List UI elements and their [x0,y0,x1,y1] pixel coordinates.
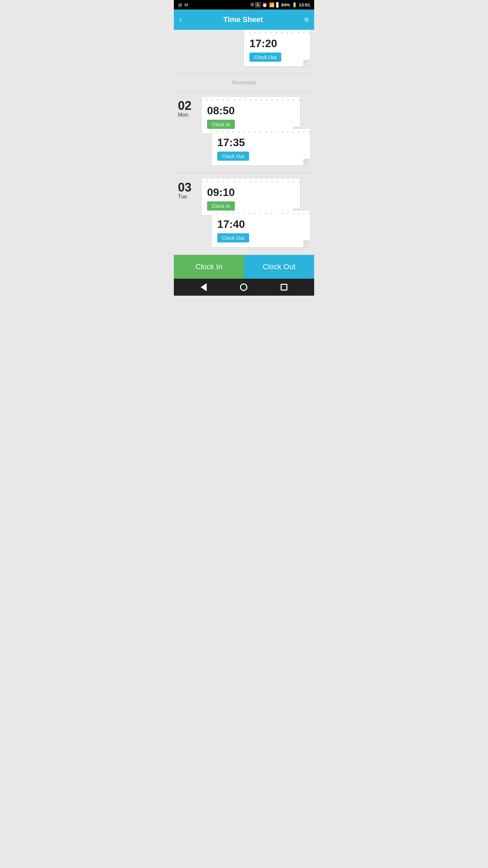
cards-03: 09:10 Clock In 17:40 Clock Out [202,179,310,249]
status-bar: @ M ⦾ N ⏰ 📶 ▋ 84% 🔋 13:01 [174,0,314,9]
recent-square-icon [281,284,287,291]
pre-clockout-card: 17:20 Clock Out [244,30,310,66]
mail-icon: M [184,2,188,7]
clockin-card-03: 09:10 Clock In [202,179,300,215]
content-area: 17:20 Clock Out November 02 Mon 08:50 Cl… [174,30,314,255]
pre-clockout-badge[interactable]: Clock Out [249,53,281,62]
day-number-03: 03 [178,181,191,194]
at-icon: @ [178,2,182,7]
clockout-card-02: 17:35 Clock Out [212,129,310,165]
day-row-02: 02 Mon 08:50 Clock In 17:35 Clock Out [178,97,310,167]
time-display: 13:01 [299,2,310,7]
card-fold-02-out [303,159,310,165]
clock-in-button[interactable]: Clock In [174,255,244,279]
clockout-badge-03[interactable]: Clock Out [217,233,249,242]
day-label-02: 02 Mon [178,97,202,118]
month-divider: November [174,74,314,92]
clockout-badge-02[interactable]: Clock Out [217,152,249,161]
day-row-03: 03 Tue 09:10 Clock In 17:40 Clock Out [178,179,310,249]
day-number-02: 02 [178,100,191,112]
nav-home-button[interactable] [240,283,247,291]
pre-clockout-time: 17:20 [249,37,305,50]
nav-bar [174,279,314,296]
menu-button[interactable]: ≡ [304,15,309,24]
cards-02: 08:50 Clock In 17:35 Clock Out [202,97,310,167]
clock-out-button[interactable]: Clock Out [244,255,314,279]
clockout-time-03: 17:40 [217,218,305,231]
clockout-time-02: 17:35 [217,136,305,149]
back-button[interactable]: ‹ [179,15,182,24]
clockin-time-03: 09:10 [207,186,294,199]
app-title: Time Sheet [223,15,263,24]
clockin-badge-02[interactable]: Clock In [207,120,235,129]
card-fold-03-out [303,240,310,247]
day-name-02: Mon [178,112,188,118]
day-section-02: 02 Mon 08:50 Clock In 17:35 Clock Out [174,92,314,173]
app-bar: ‹ Time Sheet ≡ [174,9,314,30]
card-fold-decoration [303,60,310,66]
clockin-badge-03[interactable]: Clock In [207,201,235,211]
status-left-icons: @ M [178,2,188,7]
pre-november-section: 17:20 Clock Out [174,30,314,74]
clockin-card-02: 08:50 Clock In [202,97,300,134]
nav-recent-button[interactable] [281,284,287,291]
bluetooth-icon: ⦾ [250,2,254,7]
day-label-03: 03 Tue [178,179,202,200]
signal-icon: ▋ [276,2,280,7]
home-circle-icon [240,283,247,291]
clockin-time-02: 08:50 [207,104,294,117]
battery-icon: 🔋 [292,2,297,7]
bottom-action-bar: Clock In Clock Out [174,255,314,279]
nfc-icon: N [256,2,260,7]
wifi-icon: 📶 [269,2,274,7]
day-name-03: Tue [178,194,187,200]
back-triangle-icon [201,283,207,291]
nav-back-button[interactable] [201,283,207,291]
alarm-icon: ⏰ [262,2,267,7]
clockout-card-03: 17:40 Clock Out [212,211,310,247]
status-right-icons: ⦾ N ⏰ 📶 ▋ 84% 🔋 13:01 [250,2,310,7]
day-section-03: 03 Tue 09:10 Clock In 17:40 Clock Out [174,173,314,255]
battery-percent: 84% [281,2,290,7]
